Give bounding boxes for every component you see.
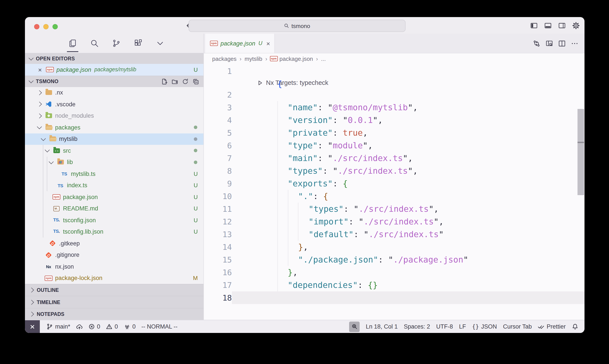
split-editor-icon[interactable]	[558, 39, 566, 47]
code-line-18: 18	[204, 291, 584, 304]
activity-extensions[interactable]	[132, 35, 144, 52]
tree-item-.gitignore[interactable]: .gitignore	[25, 249, 203, 261]
open-editor-path: packages/mytslib	[94, 67, 136, 73]
tree-item-label: tsconfig.lib.json	[63, 229, 104, 235]
indentation[interactable]: Spaces: 2	[404, 320, 430, 333]
npm-icon: npm	[210, 40, 218, 47]
ts-icon: TS	[61, 170, 68, 177]
tree-item-.nx[interactable]: .nx	[25, 87, 203, 98]
tree-item-mytslib[interactable]: mytslib	[25, 133, 203, 145]
code-line-9: 9".": {	[204, 177, 584, 190]
git-branch[interactable]: main*	[46, 320, 70, 333]
errors-text: 0	[97, 323, 100, 330]
layout-panel-icon[interactable]	[544, 22, 552, 29]
layout-sidebar-right-icon[interactable]	[558, 22, 566, 29]
tree-item-README.md[interactable]: M↓ README.mdU	[25, 203, 203, 214]
panel-outline[interactable]: OUTLINE	[25, 284, 203, 296]
publish-changes[interactable]	[76, 320, 82, 333]
close-window-button[interactable]	[34, 24, 39, 29]
line-number: 6	[204, 139, 232, 152]
vim-mode-text: -- NORMAL --	[141, 323, 178, 330]
encoding[interactable]: UTF-8	[436, 320, 453, 333]
npm-icon: npm	[53, 194, 60, 201]
cursor-tab[interactable]: Cursor Tab	[503, 320, 532, 333]
status-bar-left: main*000-- NORMAL --	[25, 320, 178, 333]
tree-item-lib[interactable]: lib	[25, 156, 203, 168]
layout-sidebar-left-icon[interactable]	[530, 22, 538, 29]
close-icon[interactable]: ×	[266, 39, 270, 47]
nx-icon: Nx	[45, 263, 52, 270]
code-editor[interactable]: 1{ Nx Targets: typecheck 2"name": "@tsmo…	[204, 64, 584, 320]
tree-item-tsconfig.json[interactable]: TS tsconfig.jsonU	[25, 214, 203, 226]
folder-src-icon	[53, 147, 60, 154]
breadcrumb-item[interactable]: packages	[212, 55, 236, 62]
tree-item-tsconfig.lib.json[interactable]: TS tsconfig.lib.jsonU	[25, 226, 203, 238]
search-value: tsmono	[291, 23, 310, 29]
settings-gear-icon[interactable]	[572, 22, 580, 29]
eol[interactable]: LF	[459, 320, 466, 333]
breadcrumb: packages›mytslib›npmpackage.json›...	[204, 53, 584, 64]
line-number: 1	[204, 65, 232, 78]
warnings[interactable]: 0	[106, 320, 118, 333]
editor-scrollbar[interactable]	[577, 64, 584, 320]
line-number: 16	[204, 266, 232, 279]
activity-files[interactable]	[67, 35, 78, 52]
open-editor-item[interactable]: × npm package.json packages/mytslib U	[25, 64, 203, 76]
more-actions-icon[interactable]	[571, 39, 578, 47]
chevron-right-icon	[29, 300, 34, 305]
tree-item-node_modules[interactable]: node_modules	[25, 110, 203, 122]
code-line-4: 4"private": true,	[204, 114, 584, 126]
eol-text: LF	[459, 323, 466, 330]
panel-notepads[interactable]: NOTEPADS	[25, 308, 203, 320]
zoom-window-button[interactable]	[52, 24, 58, 29]
tree-item-.vscode[interactable]: .vscode	[25, 98, 203, 110]
command-center-search[interactable]: tsmono	[189, 20, 406, 32]
breadcrumb-item[interactable]: ...	[321, 55, 326, 62]
explorer-header[interactable]: TSMONO	[25, 76, 203, 87]
chevron-down-icon	[41, 136, 46, 141]
formatter[interactable]: Prettier	[538, 320, 566, 333]
ports[interactable]: 0	[124, 320, 136, 333]
tree-item-label: mytslib.ts	[71, 171, 96, 177]
errors[interactable]: 0	[88, 320, 100, 333]
activity-source-control[interactable]	[111, 35, 122, 52]
tree-item-.gitkeep[interactable]: .gitkeep	[25, 238, 203, 249]
compare-changes-icon[interactable]	[533, 39, 540, 47]
chevron-right-icon	[37, 113, 42, 118]
new-file-icon[interactable]	[161, 78, 168, 85]
language-mode[interactable]: {}JSON	[472, 320, 497, 333]
chevron-down-icon	[45, 147, 50, 153]
language-mode-text: JSON	[481, 323, 497, 330]
breadcrumb-item[interactable]: mytslib	[245, 55, 262, 62]
tree-item-mytslib.ts[interactable]: TS mytslib.tsU	[25, 168, 203, 180]
breadcrumb-item[interactable]: npmpackage.json	[270, 55, 313, 62]
remote-indicator[interactable]	[25, 320, 40, 333]
vim-mode[interactable]: -- NORMAL --	[141, 320, 178, 333]
open-editors-header[interactable]: OPEN EDITORS	[25, 53, 203, 64]
collapse-all-icon[interactable]	[193, 78, 199, 85]
scrollbar-thumb[interactable]	[578, 109, 584, 195]
tree-item-src[interactable]: src	[25, 145, 203, 156]
tab-package-json[interactable]: npm package.json U ×	[205, 34, 275, 53]
refresh-icon[interactable]	[182, 78, 189, 85]
close-icon[interactable]: ×	[38, 66, 43, 73]
tree-item-index.ts[interactable]: TS index.tsU	[25, 180, 203, 191]
cursor-position[interactable]: Ln 18, Col 1	[366, 320, 398, 333]
minimize-window-button[interactable]	[43, 24, 49, 29]
screenshot: tsmono OPEN EDITORS × npm package.json p…	[0, 0, 609, 364]
indentation-text: Spaces: 2	[404, 323, 430, 330]
open-preview-icon[interactable]	[545, 39, 553, 47]
readme-icon: M↓	[53, 205, 60, 212]
screencast-zoom[interactable]	[349, 321, 360, 332]
code-line-1: 1{	[204, 65, 584, 78]
new-folder-icon[interactable]	[171, 78, 178, 85]
tree-item-package.json[interactable]: npm package.jsonU	[25, 191, 203, 203]
activity-search[interactable]	[89, 35, 100, 52]
panel-timeline[interactable]: TIMELINE	[25, 296, 203, 308]
title-bar: tsmono	[25, 17, 584, 34]
tree-item-packages[interactable]: packages	[25, 122, 203, 133]
activity-chevron-down[interactable]	[155, 35, 166, 52]
notifications[interactable]	[572, 320, 578, 333]
tree-item-package-lock.json[interactable]: npm package-lock.jsonM	[25, 272, 203, 284]
tree-item-nx.json[interactable]: Nx nx.json	[25, 261, 203, 272]
